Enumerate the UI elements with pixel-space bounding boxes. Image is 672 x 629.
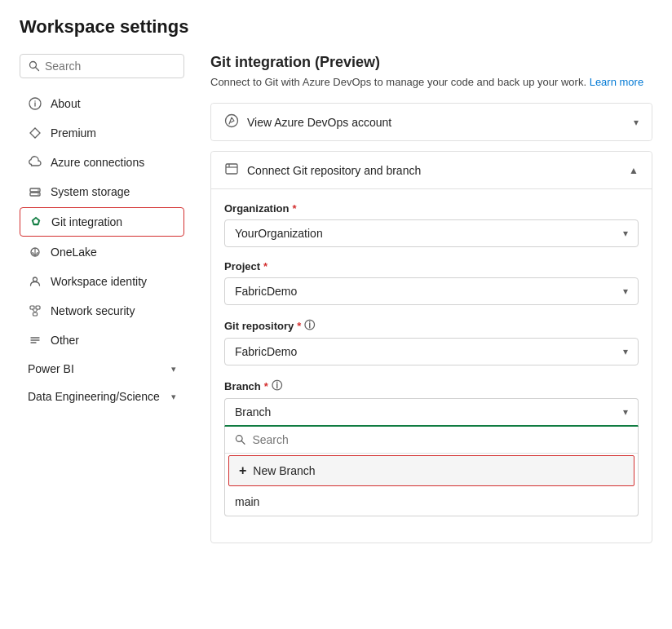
content-title: Git integration (Preview) xyxy=(210,54,652,71)
accordion1-chevron: ▾ xyxy=(634,117,639,128)
branch-dropdown[interactable]: Branch ▾ xyxy=(224,398,639,427)
project-label: Project * xyxy=(224,260,639,272)
main-branch-option[interactable]: main xyxy=(225,488,638,516)
organization-dropdown[interactable]: YourOrganization ▾ xyxy=(224,219,639,247)
svg-point-14 xyxy=(33,277,38,281)
new-branch-option[interactable]: + New Branch xyxy=(228,455,634,486)
svg-point-4 xyxy=(34,100,35,101)
sidebar-item-system-storage[interactable]: System storage xyxy=(20,178,184,206)
sidebar-item-git-integration[interactable]: Git integration xyxy=(20,207,184,237)
storage-icon xyxy=(28,184,42,199)
git-repository-dropdown[interactable]: FabricDemo ▾ xyxy=(224,338,639,365)
accordion1-label: View Azure DevOps account xyxy=(247,116,391,129)
sidebar-item-workspace-identity-label: Workspace identity xyxy=(51,275,147,288)
main-layout: About Premium Azure connections System s… xyxy=(20,54,652,613)
git-repository-field: Git repository * ⓘ FabricDemo ▾ xyxy=(224,318,639,365)
devops-icon xyxy=(224,113,239,131)
power-bi-section[interactable]: Power BI ▾ xyxy=(20,356,184,382)
branch-required-star: * xyxy=(264,380,268,392)
accordion2-header-left: Connect Git repository and branch xyxy=(224,162,421,179)
svg-point-8 xyxy=(38,189,39,191)
git-repo-required-star: * xyxy=(297,320,301,332)
sidebar: About Premium Azure connections System s… xyxy=(20,54,191,613)
sidebar-item-git-integration-label: Git integration xyxy=(51,215,122,228)
svg-rect-15 xyxy=(30,306,34,309)
accordion-connect-git-header[interactable]: Connect Git repository and branch ▲ xyxy=(211,152,652,188)
onelake-icon xyxy=(28,245,42,259)
accordion-view-devops-header[interactable]: View Azure DevOps account ▾ xyxy=(211,104,652,140)
git-repository-value: FabricDemo xyxy=(235,345,297,358)
sidebar-item-azure-connections-label: Azure connections xyxy=(51,156,144,169)
branch-value: Branch xyxy=(235,405,271,419)
project-value: FabricDemo xyxy=(235,285,297,298)
content-area: Git integration (Preview) Connect to Git… xyxy=(191,54,652,613)
content-description: Connect to Git with Azure DevOps to mana… xyxy=(210,76,652,88)
accordion2-body: Organization * YourOrganization ▾ Projec… xyxy=(211,188,652,543)
main-branch-label: main xyxy=(235,495,259,508)
git-icon xyxy=(29,215,43,229)
sidebar-item-system-storage-label: System storage xyxy=(51,185,130,198)
data-engineering-label: Data Engineering/Science xyxy=(28,390,160,403)
svg-marker-5 xyxy=(30,128,40,138)
project-required-star: * xyxy=(263,260,267,272)
git-repo-icon xyxy=(224,162,239,179)
accordion-connect-git: Connect Git repository and branch ▲ Orga… xyxy=(210,151,652,543)
search-input[interactable] xyxy=(45,60,175,73)
branch-search-icon xyxy=(235,434,245,445)
learn-more-link[interactable]: Learn more xyxy=(590,76,643,88)
branch-dropdown-panel: + New Branch main xyxy=(224,427,639,516)
svg-point-9 xyxy=(38,193,39,195)
cloud-icon xyxy=(28,155,42,170)
svg-line-28 xyxy=(241,441,245,444)
svg-point-23 xyxy=(226,115,238,127)
sidebar-item-about[interactable]: About xyxy=(20,90,184,117)
git-repo-chevron-icon: ▾ xyxy=(623,346,628,357)
sidebar-item-azure-connections[interactable]: Azure connections xyxy=(20,148,184,176)
org-chevron-icon: ▾ xyxy=(623,228,628,239)
branch-label: Branch * ⓘ xyxy=(224,379,639,393)
data-engineering-section[interactable]: Data Engineering/Science ▾ xyxy=(20,383,184,410)
accordion-view-devops: View Azure DevOps account ▾ xyxy=(210,103,652,141)
accordion2-chevron: ▲ xyxy=(629,165,639,176)
accordion2-label: Connect Git repository and branch xyxy=(247,164,421,177)
power-bi-chevron: ▾ xyxy=(171,364,176,374)
branch-field: Branch * ⓘ Branch ▾ xyxy=(224,379,639,516)
plus-icon: + xyxy=(239,463,246,478)
sidebar-item-premium[interactable]: Premium xyxy=(20,119,184,147)
git-repo-label: Git repository * ⓘ xyxy=(224,318,639,333)
branch-chevron-icon: ▾ xyxy=(623,406,628,418)
search-box[interactable] xyxy=(20,54,184,78)
identity-icon xyxy=(28,274,42,289)
power-bi-label: Power BI xyxy=(28,362,74,375)
sidebar-item-other[interactable]: Other xyxy=(20,326,184,354)
sidebar-item-onelake-label: OneLake xyxy=(51,246,97,259)
sidebar-item-workspace-identity[interactable]: Workspace identity xyxy=(20,268,184,295)
search-icon xyxy=(29,60,40,72)
project-chevron-icon: ▾ xyxy=(623,286,628,297)
project-dropdown[interactable]: FabricDemo ▾ xyxy=(224,277,639,305)
sidebar-item-network-security-label: Network security xyxy=(51,304,135,317)
info-icon xyxy=(28,96,42,111)
sidebar-item-other-label: Other xyxy=(51,334,79,347)
other-icon xyxy=(28,333,42,348)
sidebar-item-about-label: About xyxy=(51,97,81,110)
organization-field: Organization * YourOrganization ▾ xyxy=(224,202,639,247)
sidebar-item-onelake[interactable]: OneLake xyxy=(20,238,184,266)
svg-line-19 xyxy=(35,309,38,312)
diamond-icon xyxy=(28,126,42,140)
page-title: Workspace settings xyxy=(20,16,652,38)
sidebar-item-network-security[interactable]: Network security xyxy=(20,297,184,325)
svg-rect-17 xyxy=(33,312,38,316)
organization-value: YourOrganization xyxy=(235,227,323,240)
network-icon xyxy=(28,303,42,318)
organization-label: Organization * xyxy=(224,202,639,215)
branch-info-icon[interactable]: ⓘ xyxy=(272,379,282,393)
git-repo-info-icon[interactable]: ⓘ xyxy=(304,318,315,333)
branch-search-box[interactable] xyxy=(225,427,638,454)
branch-search-input[interactable] xyxy=(252,433,628,446)
page-container: Workspace settings About xyxy=(0,0,672,629)
project-field: Project * FabricDemo ▾ xyxy=(224,260,639,305)
data-engineering-chevron: ▾ xyxy=(171,392,176,402)
svg-line-1 xyxy=(36,68,39,71)
svg-line-18 xyxy=(33,309,36,312)
